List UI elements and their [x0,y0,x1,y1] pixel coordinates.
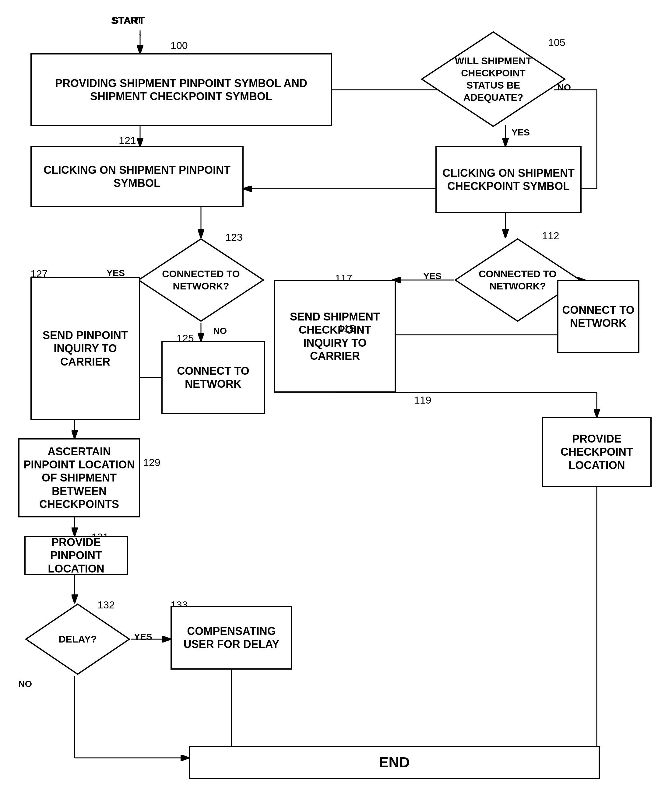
node-131: PROVIDE PINPOINT LOCATION [24,536,128,575]
node-105: WILL SHIPMENT CHECKPOINT STATUS BE ADEQU… [420,30,566,128]
ref-112: 112 [542,230,559,242]
label-no-105: NO [557,82,571,92]
flowchart: START 100 PROVIDING SHIPMENT PINPOINT SY… [0,0,672,809]
node-132: DELAY? [24,603,131,676]
ref-129: 129 [143,457,160,468]
ref-115: 115 [338,322,355,334]
label-yes-132: YES [134,631,152,642]
node-121: CLICKING ON SHIPMENT PINPOINT SYMBOL [30,146,244,207]
node-110: CLICKING ON SHIPMENT CHECKPOINT SYMBOL [435,146,581,213]
label-yes-123: YES [107,268,125,278]
node-123: CONNECTED TO NETWORK? [137,237,265,322]
node-100: PROVIDING SHIPMENT PINPOINT SYMBOL AND S… [30,53,332,126]
label-no-132: NO [18,679,32,689]
node-127: SEND PINPOINT INQUIRY TO CARRIER [30,277,140,420]
label-yes-112: YES [423,271,442,281]
node-119: PROVIDE CHECKPOINT LOCATION [542,417,652,487]
start-arrow: ↓ [138,27,143,38]
node-125: CONNECT TO NETWORK [161,341,265,414]
ref-100: 100 [171,40,188,52]
ref-119: 119 [414,394,432,406]
node-end: END [189,746,600,779]
node-133: COMPENSATING USER FOR DELAY [171,606,292,670]
node-115: CONNECT TO NETWORK [557,280,639,353]
ref-121: 121 [119,134,136,146]
node-117: SEND SHIPMENT CHECKPOINT INQUIRY TO CARR… [274,280,396,393]
label-yes-105: YES [512,127,530,138]
label-no-123: NO [213,326,227,336]
start-text: START [111,15,145,27]
node-129: ASCERTAIN PINPOINT LOCATION OF SHIPMENT … [18,438,140,517]
